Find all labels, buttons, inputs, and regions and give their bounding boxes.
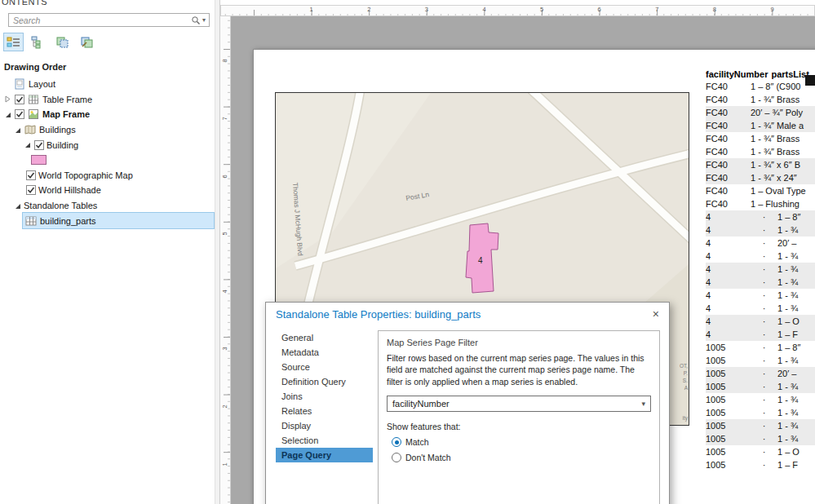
table-row: FC401 - ¾″ Brass bbox=[706, 93, 815, 106]
search-input[interactable]: Search ▾ bbox=[8, 13, 210, 27]
dialog-nav-general[interactable]: General bbox=[276, 330, 373, 345]
collapse-icon[interactable] bbox=[3, 111, 11, 118]
visibility-checkbox[interactable] bbox=[33, 140, 44, 150]
chevron-down-icon: ▾ bbox=[641, 400, 645, 408]
parts-list-cell: 1 - ¾ bbox=[777, 264, 798, 274]
tree-item-label[interactable]: Map Frame bbox=[42, 109, 90, 119]
tree-item-label[interactable]: Table Frame bbox=[42, 95, 92, 104]
parts-list-cell: 20′ – bbox=[777, 238, 796, 248]
table-row: FC401 - ¾″ x 24″ bbox=[706, 171, 815, 184]
radio-option-don-t-match[interactable]: Don't Match bbox=[392, 453, 651, 462]
facility-number-cell: 4 bbox=[706, 238, 751, 248]
list-by-editing-button[interactable] bbox=[77, 33, 97, 51]
dot-cell: · bbox=[751, 369, 777, 378]
parts-list-cell: 20′ – ¾″ Poly bbox=[751, 108, 803, 117]
table-row: 4·1 - ¾ bbox=[706, 276, 815, 289]
expand-icon[interactable] bbox=[3, 95, 11, 103]
facility-number-cell: 1005 bbox=[706, 382, 751, 391]
dialog-nav-display[interactable]: Display bbox=[276, 418, 373, 433]
tree-item-world-hillshade[interactable]: World Hillshade bbox=[0, 183, 214, 198]
tree-item-standalone-tables[interactable]: Standalone Tables bbox=[0, 198, 214, 214]
radio-label: Match bbox=[405, 437, 429, 447]
tree-item-label[interactable]: Buildings bbox=[39, 125, 76, 135]
collapse-icon[interactable] bbox=[13, 202, 21, 210]
search-caret-icon[interactable]: ▾ bbox=[202, 16, 206, 24]
visibility-checkbox[interactable] bbox=[14, 109, 24, 119]
tree-item-buildings[interactable]: Buildings bbox=[0, 122, 214, 138]
match-radio-group: MatchDon't Match bbox=[387, 437, 651, 462]
table-row: 1005·1 - ¾ bbox=[706, 380, 815, 393]
page-filter-field-dropdown[interactable]: facilityNumber ▾ bbox=[387, 396, 651, 412]
tree-item-building[interactable]: Building bbox=[0, 137, 214, 153]
tree-item-building-parts[interactable]: building_parts bbox=[23, 213, 214, 228]
contents-pane-title: ONTENTS bbox=[2, 0, 47, 7]
parts-list-cell: 1 - ¾″ Brass bbox=[751, 134, 799, 144]
radio-button[interactable] bbox=[392, 453, 401, 462]
list-by-source-button[interactable] bbox=[28, 33, 48, 51]
facility-number-cell: 1005 bbox=[706, 343, 751, 352]
legend-swatch-row[interactable] bbox=[0, 153, 214, 168]
tree-item-label[interactable]: Building bbox=[47, 140, 78, 150]
dialog-nav-page-query[interactable]: Page Query bbox=[276, 448, 373, 462]
page-filter-description: Filter rows based on the current map ser… bbox=[387, 352, 651, 387]
tree-item-label[interactable]: World Topographic Map bbox=[38, 170, 133, 180]
visibility-checkbox[interactable] bbox=[14, 95, 24, 104]
parts-list-cell: 1 - ¾ bbox=[777, 356, 798, 365]
pane-divider[interactable] bbox=[215, 0, 220, 504]
facility-number-cell: 4 bbox=[706, 290, 751, 300]
tree-item-label[interactable]: Standalone Tables bbox=[24, 201, 97, 210]
tree-item-map-frame[interactable]: Map Frame bbox=[0, 107, 214, 122]
facility-number-cell: 1005 bbox=[706, 460, 751, 470]
dialog-nav-relates[interactable]: Relates bbox=[276, 404, 373, 418]
column-facility-number: facilityNumber bbox=[706, 69, 768, 79]
tree-item-world-topographic-map[interactable]: World Topographic Map bbox=[0, 168, 214, 183]
dialog-nav-joins[interactable]: Joins bbox=[276, 389, 373, 404]
dot-cell: · bbox=[751, 356, 777, 365]
parts-list-cell: 1 – O bbox=[777, 447, 799, 457]
tree-item-table-frame[interactable]: Table Frame bbox=[0, 92, 214, 108]
table-row: FC401 - ¾″ Brass bbox=[706, 132, 815, 145]
search-icon[interactable]: ▾ bbox=[191, 15, 209, 25]
dialog-nav-definition-query[interactable]: Definition Query bbox=[276, 374, 373, 389]
facility-number-cell: 4 bbox=[706, 303, 751, 313]
facility-number-cell: 1005 bbox=[706, 395, 751, 405]
facility-number-cell: 4 bbox=[706, 277, 751, 287]
list-by-drawing-order-button[interactable] bbox=[3, 33, 24, 51]
facility-number-cell: FC40 bbox=[706, 199, 751, 209]
visibility-checkbox[interactable] bbox=[25, 185, 36, 195]
dialog-nav-source[interactable]: Source bbox=[276, 360, 373, 374]
tree-item-label[interactable]: World Hillshade bbox=[38, 185, 101, 195]
facility-number-cell: 4 bbox=[706, 251, 751, 261]
parts-table-frame[interactable]: facilityNumber partsList FC401 – 8″ (C90… bbox=[706, 69, 815, 471]
dialog-nav-selection[interactable]: Selection bbox=[276, 433, 373, 448]
close-icon[interactable]: × bbox=[653, 307, 659, 321]
facility-number-cell: FC40 bbox=[706, 95, 751, 104]
table-row: FC401 – Flushing bbox=[706, 197, 815, 210]
parts-list-cell: 1 - ¾″ Brass bbox=[751, 95, 799, 104]
parts-list-cell: 1 - ¾ bbox=[777, 290, 798, 300]
table-row: 4·1 – F bbox=[706, 328, 815, 341]
table-row: 1005·1 - ¾ bbox=[706, 419, 815, 432]
parts-list-cell: 1 - ¾″ x 6″ B bbox=[751, 160, 800, 170]
tree-item-layout[interactable]: Layout bbox=[0, 77, 214, 92]
facility-number-cell: FC40 bbox=[706, 186, 751, 196]
table-row: FC401 – Oval Type bbox=[706, 184, 815, 197]
collapse-icon[interactable] bbox=[23, 141, 31, 148]
radio-option-match[interactable]: Match bbox=[392, 437, 651, 447]
facility-number-cell: FC40 bbox=[706, 160, 751, 170]
parts-list-cell: 1 – Oval Type bbox=[751, 186, 806, 196]
map-frame-icon bbox=[27, 108, 40, 120]
table-row: 4·1 - ¾ bbox=[706, 289, 815, 302]
tree-item-label[interactable]: building_parts bbox=[40, 216, 96, 226]
facility-number-cell: 1005 bbox=[706, 434, 751, 444]
visibility-checkbox[interactable] bbox=[25, 170, 36, 180]
dialog-nav-metadata[interactable]: Metadata bbox=[276, 345, 373, 360]
collapse-icon[interactable] bbox=[13, 126, 21, 134]
list-by-selection-button[interactable] bbox=[52, 33, 73, 51]
parts-list-cell: 1 - ¾ bbox=[777, 277, 798, 287]
building-symbol-swatch[interactable] bbox=[31, 155, 47, 165]
tree-item-label[interactable]: Layout bbox=[29, 79, 55, 89]
radio-button[interactable] bbox=[392, 437, 401, 447]
dot-cell: · bbox=[751, 434, 777, 444]
horizontal-ruler: 123456789 bbox=[220, 5, 815, 16]
